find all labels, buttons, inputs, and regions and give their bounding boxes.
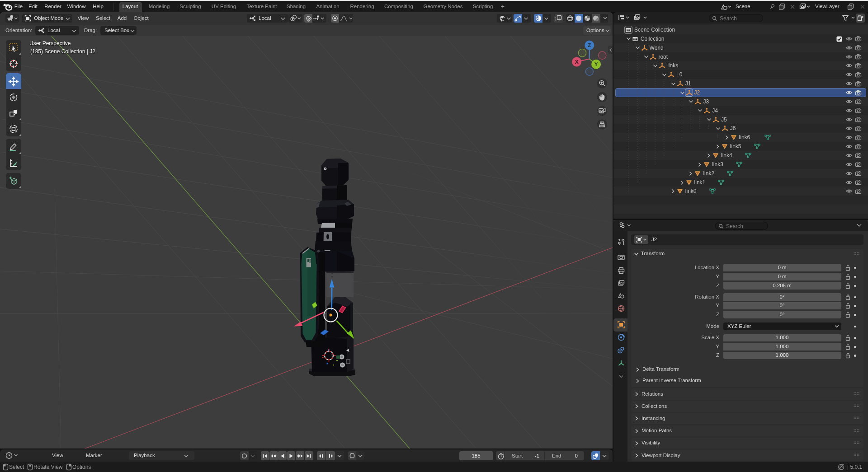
svg-text:X: X xyxy=(575,59,579,65)
svg-text:Y: Y xyxy=(594,61,598,67)
svg-text:Z: Z xyxy=(588,42,591,48)
